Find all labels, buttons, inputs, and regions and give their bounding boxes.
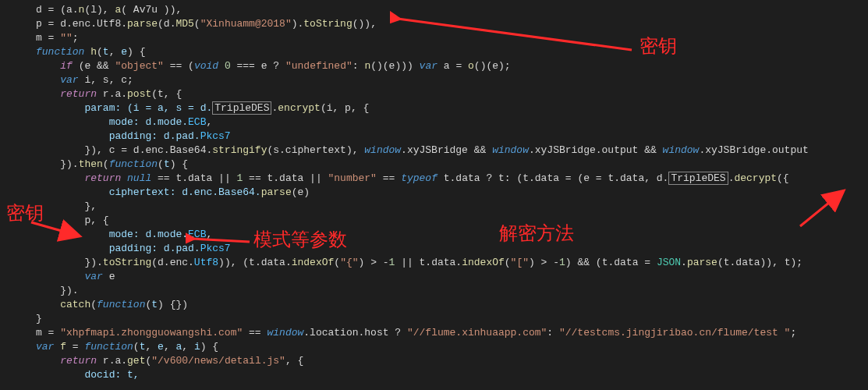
code-block: d = (a.n(l), a( Av7u )), p = d.enc.Utf8.…: [0, 0, 868, 385]
